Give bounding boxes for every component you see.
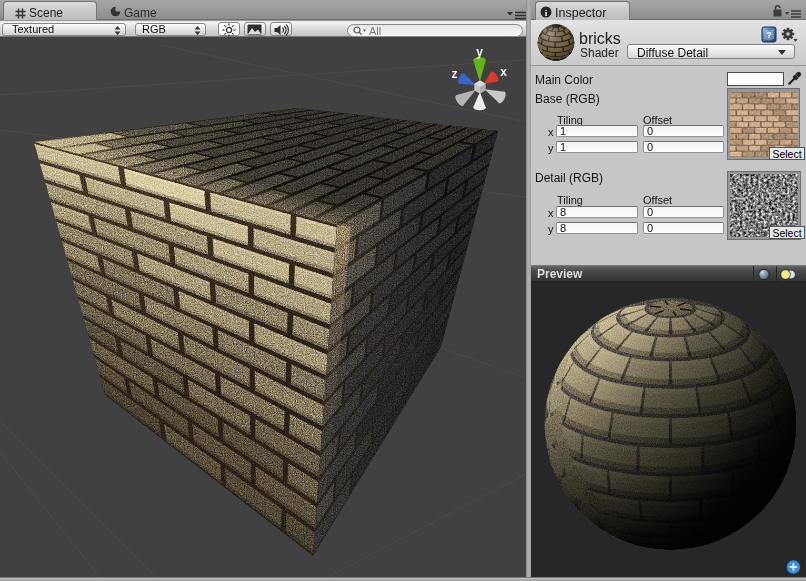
svg-text:?: ? [766, 30, 772, 40]
svg-text:z: z [452, 67, 458, 81]
svg-text:y: y [476, 45, 483, 59]
svg-text:x: x [500, 65, 507, 79]
